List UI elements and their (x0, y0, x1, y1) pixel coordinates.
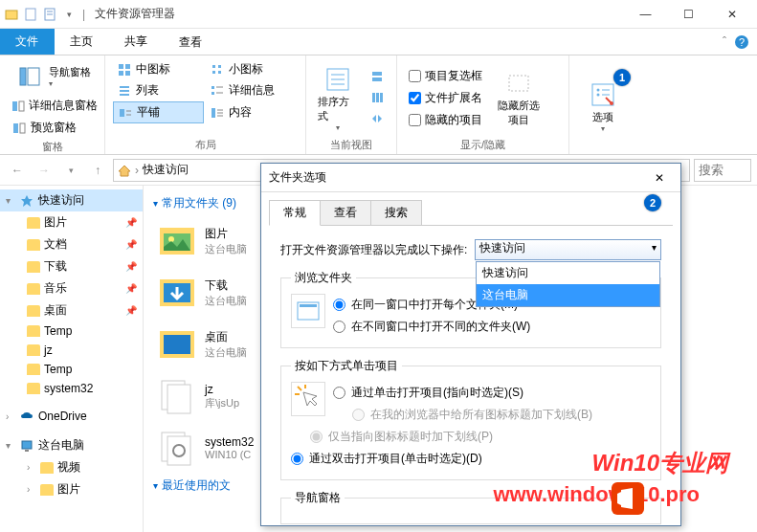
dropdown-opt-thispc[interactable]: 这台电脑 (477, 284, 659, 306)
svg-rect-14 (125, 64, 130, 69)
preview-pane-button[interactable]: 预览窗格 (8, 118, 97, 138)
qat-properties-icon[interactable] (42, 7, 57, 22)
breadcrumb-current[interactable]: 快速访问 (143, 162, 189, 178)
cloud-icon (19, 409, 34, 424)
svg-rect-59 (164, 335, 190, 354)
sidebar-this-pc[interactable]: ▾这台电脑 (0, 434, 143, 456)
recent-dropdown[interactable]: ▾ (59, 159, 82, 182)
medium-icons-button[interactable]: 中图标 (113, 59, 204, 79)
details-button[interactable]: 详细信息 (206, 80, 297, 100)
svg-rect-66 (300, 304, 317, 307)
sort-by-label: 排序方式 (318, 95, 358, 123)
tab-view[interactable]: 查看 (164, 29, 218, 55)
tiles-button[interactable]: 平铺 (113, 101, 204, 123)
sidebar-item-downloads[interactable]: 下载📌 (0, 255, 143, 277)
sidebar-item-system32[interactable]: system32 (0, 379, 143, 398)
add-columns-button[interactable] (366, 88, 389, 107)
sidebar-item-pictures2[interactable]: ›图片 (0, 478, 143, 500)
list-button[interactable]: 列表 (113, 80, 204, 100)
folder-icon (27, 283, 40, 295)
pin-icon: 📌 (125, 283, 137, 294)
sort-by-button[interactable]: 排序方式 ▾ (314, 59, 362, 136)
sidebar-item-temp[interactable]: Temp (0, 321, 143, 341)
maximize-button[interactable]: ☐ (667, 1, 710, 28)
tab-share[interactable]: 共享 (109, 29, 164, 55)
small-icons-button[interactable]: 小图标 (206, 59, 297, 79)
tab-file[interactable]: 文件 (0, 29, 55, 55)
ribbon-collapse-icon[interactable]: ˆ (723, 35, 726, 49)
nav-pane-button[interactable]: 导航窗格▾ (8, 59, 97, 94)
desktop-thumb-icon (157, 324, 197, 365)
item-checkboxes-toggle[interactable]: 项目复选框 (405, 66, 486, 86)
svg-point-50 (610, 101, 613, 105)
svg-rect-63 (167, 436, 190, 465)
sidebar-onedrive[interactable]: ›OneDrive (0, 406, 143, 427)
nav-pane-legend: 导航窗格 (291, 490, 345, 506)
help-icon[interactable]: ? (734, 34, 749, 50)
minimize-button[interactable]: — (624, 1, 667, 28)
nav-sidebar: ▾ 快速访问 图片📌 文档📌 下载📌 音乐📌 桌面📌 Temp jz Temp … (0, 186, 144, 532)
svg-rect-12 (20, 123, 25, 133)
nav-pane-label: 导航窗格 (49, 65, 91, 79)
file-ext-toggle[interactable]: 文件扩展名 (405, 88, 486, 108)
svg-rect-42 (376, 93, 379, 102)
downloads-thumb-icon (157, 273, 197, 313)
sidebar-item-video[interactable]: ›视频 (0, 456, 143, 478)
svg-rect-15 (119, 71, 123, 76)
svg-rect-10 (19, 101, 24, 111)
browse-folders-legend: 浏览文件夹 (291, 270, 356, 286)
preview-pane-label: 预览窗格 (31, 120, 77, 136)
title-divider: | (82, 8, 85, 21)
tab-home[interactable]: 主页 (55, 29, 109, 55)
sidebar-item-pictures[interactable]: 图片📌 (0, 211, 143, 233)
svg-text:?: ? (739, 36, 745, 48)
open-explorer-dropdown: 快速访问 这台电脑 (476, 261, 660, 307)
star-icon (19, 193, 34, 209)
hide-selected-button[interactable]: 隐藏所选项目 (490, 59, 547, 136)
up-button[interactable]: ↑ (86, 159, 109, 182)
details-pane-button[interactable]: 详细信息窗格 (8, 96, 97, 116)
pin-icon: 📌 (125, 261, 137, 272)
close-button[interactable]: ✕ (710, 1, 753, 28)
svg-rect-13 (119, 64, 123, 69)
sidebar-item-jz[interactable]: jz (0, 341, 143, 360)
svg-rect-39 (372, 72, 382, 76)
svg-rect-41 (372, 93, 375, 102)
single-click-radio[interactable]: 通过单击打开项目(指向时选定)(S) (333, 382, 651, 404)
breadcrumb-sep[interactable]: › (135, 164, 139, 177)
sidebar-item-temp2[interactable]: Temp (0, 360, 143, 379)
double-click-radio[interactable]: 通过双击打开项目(单击时选定)(D) (291, 448, 651, 470)
svg-rect-1 (26, 9, 35, 20)
dialog-tab-general[interactable]: 常规 (269, 200, 321, 226)
search-input[interactable] (694, 159, 751, 182)
diff-window-radio[interactable]: 在不同窗口中打开不同的文件夹(W) (333, 316, 651, 338)
qat-dropdown-icon[interactable]: ▾ (61, 7, 77, 22)
pin-icon: 📌 (125, 217, 137, 228)
open-explorer-select[interactable]: 快速访问 ▾ 快速访问 这台电脑 (475, 239, 661, 260)
svg-rect-40 (372, 78, 382, 81)
folder-icon (40, 462, 54, 474)
dialog-tab-search[interactable]: 搜索 (370, 200, 422, 226)
sidebar-item-documents[interactable]: 文档📌 (0, 233, 143, 255)
svg-rect-17 (212, 65, 215, 68)
pc-icon (19, 438, 34, 454)
size-columns-button[interactable] (366, 109, 389, 128)
content-button[interactable]: 内容 (206, 101, 297, 123)
back-button[interactable]: ← (6, 159, 29, 182)
app-icon (4, 7, 19, 22)
dropdown-opt-quickaccess[interactable]: 快速访问 (477, 262, 659, 284)
sidebar-quick-access[interactable]: ▾ 快速访问 (0, 189, 143, 211)
svg-rect-61 (167, 385, 190, 413)
dialog-close-button[interactable]: ✕ (646, 171, 673, 185)
qat-new-icon[interactable] (23, 7, 38, 22)
forward-button[interactable]: → (33, 159, 56, 182)
dialog-tab-view[interactable]: 查看 (320, 200, 371, 226)
folder-icon (27, 261, 40, 273)
underline-point-radio: 仅当指向图标标题时加下划线(P) (291, 426, 651, 448)
dialog-titlebar[interactable]: 文件夹选项 ✕ (261, 164, 680, 192)
group-by-button[interactable] (366, 67, 389, 86)
ribbon-tabs: 文件 主页 共享 查看 ˆ ? (0, 29, 757, 55)
hidden-items-toggle[interactable]: 隐藏的项目 (405, 110, 486, 130)
sidebar-item-desktop[interactable]: 桌面📌 (0, 299, 143, 321)
sidebar-item-music[interactable]: 音乐📌 (0, 277, 143, 299)
